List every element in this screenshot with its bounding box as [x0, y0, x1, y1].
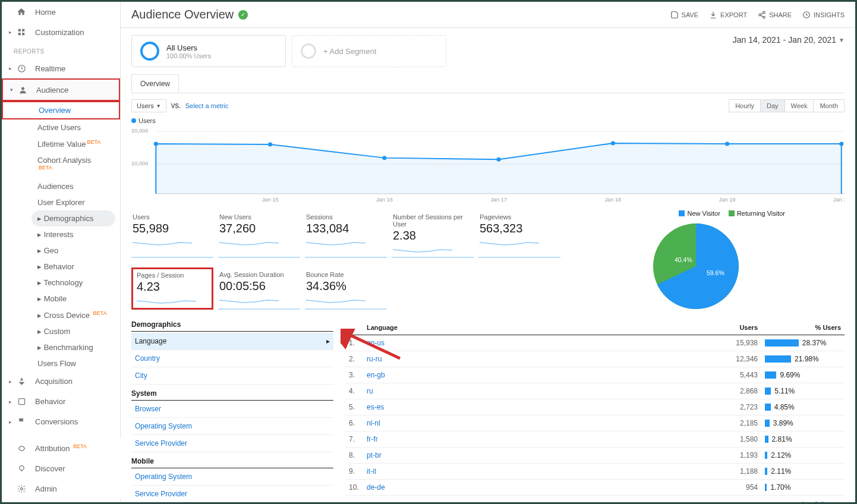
- time-day[interactable]: Day: [760, 99, 785, 112]
- main-content: Audience Overview ✓ SAVE EXPORT SHARE IN…: [121, 2, 855, 502]
- segment-circle-icon: [140, 42, 159, 61]
- nav-conversions[interactable]: ▸ Conversions: [2, 412, 120, 432]
- demo-browser[interactable]: Browser: [131, 401, 333, 418]
- svg-point-5: [21, 87, 24, 90]
- table-row[interactable]: 8.pt-br1,1932.12%: [345, 448, 845, 464]
- metric-card[interactable]: New Users37,260: [218, 210, 300, 258]
- add-segment-button[interactable]: + Add Segment: [292, 35, 446, 67]
- tab-overview[interactable]: Overview: [131, 74, 179, 93]
- metric-card[interactable]: Pages / Session4.23: [131, 267, 213, 310]
- demo-language[interactable]: Language▸: [131, 333, 333, 350]
- metric-dropdown[interactable]: Users▼: [131, 99, 166, 112]
- nav-behavior[interactable]: ▸ Behavior: [2, 392, 120, 412]
- demo-mobile-os[interactable]: Operating System: [131, 468, 333, 486]
- svg-text:Jan 15: Jan 15: [262, 197, 279, 203]
- sidebar-item-demographics[interactable]: ▸ Demographics: [31, 210, 115, 226]
- metric-card[interactable]: Avg. Session Duration00:05:56: [218, 267, 300, 310]
- select-metric-link[interactable]: Select a metric: [185, 102, 229, 109]
- sidebar-item-users-flow[interactable]: Users Flow: [2, 355, 120, 371]
- pie-legend: New Visitor Returning Visitor: [607, 210, 785, 217]
- svg-point-10: [759, 14, 761, 16]
- sidebar-item-benchmarking[interactable]: ▸ Benchmarking: [2, 339, 120, 355]
- demo-city[interactable]: City: [131, 367, 333, 385]
- page-title: Audience Overview ✓: [131, 8, 248, 21]
- table-row[interactable]: 10.de-de9541.70%: [345, 480, 845, 496]
- date-range-picker[interactable]: Jan 14, 2021 - Jan 20, 2021 ▼: [733, 35, 845, 45]
- table-row[interactable]: 5.es-es2,7234.85%: [345, 399, 845, 415]
- chevron-down-icon: ▼: [839, 37, 845, 43]
- table-row[interactable]: 4.ru2,8685.11%: [345, 383, 845, 399]
- caret-down-icon: ▾: [10, 87, 16, 93]
- nav-home[interactable]: Home: [2, 2, 120, 22]
- demographics-panel: Demographics Language▸ Country City Syst…: [131, 320, 333, 502]
- sidebar-item-cross-device[interactable]: ▸ Cross Device BETA: [2, 307, 120, 323]
- metric-card[interactable]: Sessions133,084: [305, 210, 387, 258]
- sidebar-item-custom[interactable]: ▸ Custom: [2, 323, 120, 339]
- sidebar-item-technology[interactable]: ▸ Technology: [2, 275, 120, 291]
- metric-card[interactable]: Pageviews563,323: [478, 210, 560, 258]
- time-week[interactable]: Week: [784, 99, 814, 112]
- metric-card[interactable]: Users55,989: [131, 210, 213, 258]
- sidebar-item-active-users[interactable]: Active Users: [2, 119, 120, 136]
- sidebar-item-cohort[interactable]: Cohort AnalysisBETA: [2, 152, 120, 178]
- table-row[interactable]: 9.it-it1,1882.11%: [345, 464, 845, 480]
- svg-rect-2: [18, 33, 21, 35]
- nav-admin[interactable]: Admin: [2, 478, 121, 499]
- sidebar-item-lifetime-value[interactable]: Lifetime ValueBETA: [2, 136, 120, 152]
- nav-home-label: Home: [35, 8, 113, 17]
- demo-sp[interactable]: Service Provider: [131, 435, 333, 452]
- nav-realtime-label: Realtime: [35, 64, 113, 73]
- table-row[interactable]: 7.fr-fr1,5802.81%: [345, 431, 845, 448]
- sidebar-item-audiences[interactable]: Audiences: [2, 178, 120, 194]
- view-full-report-link[interactable]: view full report: [345, 496, 845, 502]
- nav-customization[interactable]: ▸ Customization: [2, 22, 120, 42]
- demo-os[interactable]: Operating System: [131, 418, 333, 435]
- sidebar-item-geo[interactable]: ▸ Geo: [2, 242, 120, 259]
- time-hourly[interactable]: Hourly: [729, 99, 761, 112]
- nav-realtime[interactable]: ▸ Realtime: [2, 58, 120, 78]
- insights-button[interactable]: INSIGHTS: [802, 11, 845, 19]
- metric-card[interactable]: Bounce Rate34.36%: [305, 267, 387, 310]
- caret-icon: ▸: [9, 379, 15, 385]
- nav-audience[interactable]: ▾ Audience: [3, 80, 119, 100]
- person-icon: [17, 84, 28, 95]
- table-row[interactable]: 3.en-gb5,4439.69%: [345, 367, 845, 383]
- segment-all-users[interactable]: All Users 100.00% Users: [131, 35, 286, 67]
- demo-mobile-sp[interactable]: Service Provider: [131, 486, 333, 502]
- nav-attribution[interactable]: Attribution BETA: [2, 438, 121, 458]
- svg-text:Jan 16: Jan 16: [376, 197, 393, 203]
- sidebar: Home ▸ Customization REPORTS ▸ Realtime …: [2, 2, 121, 502]
- nav-acquisition[interactable]: ▸ Acquisition: [2, 371, 120, 392]
- segment-circle-icon: [301, 43, 316, 59]
- svg-point-11: [763, 16, 765, 18]
- export-button[interactable]: EXPORT: [709, 11, 747, 19]
- sidebar-item-user-explorer[interactable]: User Explorer: [2, 194, 120, 210]
- bulb-icon: [16, 463, 27, 474]
- time-granularity: Hourly Day Week Month: [729, 99, 845, 112]
- svg-text:59.6%: 59.6%: [707, 269, 724, 276]
- table-row[interactable]: 6.nl-nl2,1853.89%: [345, 415, 845, 431]
- table-row[interactable]: 1.en-us15,93828.37%: [345, 335, 845, 351]
- sidebar-item-behavior[interactable]: ▸ Behavior: [2, 259, 120, 275]
- customization-icon: [16, 27, 27, 37]
- tabs: Overview: [131, 74, 845, 93]
- legend-square-icon: [679, 210, 685, 216]
- sidebar-item-overview[interactable]: Overview: [3, 102, 119, 118]
- caret-icon: ▸: [9, 29, 15, 35]
- svg-rect-3: [22, 33, 24, 35]
- sidebar-item-interests[interactable]: ▸ Interests: [2, 226, 120, 242]
- time-month[interactable]: Month: [813, 99, 845, 112]
- sidebar-item-mobile[interactable]: ▸ Mobile: [2, 291, 120, 307]
- share-button[interactable]: SHARE: [758, 11, 792, 19]
- save-button[interactable]: SAVE: [670, 11, 699, 19]
- nav-acquisition-label: Acquisition: [35, 377, 113, 386]
- line-chart[interactable]: 20,000 10,000 Jan 15Jan 16Jan 17Jan 18Ja…: [131, 125, 845, 203]
- verified-icon: ✓: [238, 10, 248, 20]
- nav-discover[interactable]: Discover: [2, 458, 121, 478]
- metric-card[interactable]: Number of Sessions per User2.38: [392, 210, 474, 258]
- svg-text:Jan 18: Jan 18: [604, 197, 621, 203]
- demo-country[interactable]: Country: [131, 350, 333, 367]
- svg-rect-6: [18, 399, 24, 405]
- pie-chart[interactable]: 40.4% 59.6%: [651, 222, 741, 311]
- table-row[interactable]: 2.ru-ru12,34621.98%: [345, 351, 845, 367]
